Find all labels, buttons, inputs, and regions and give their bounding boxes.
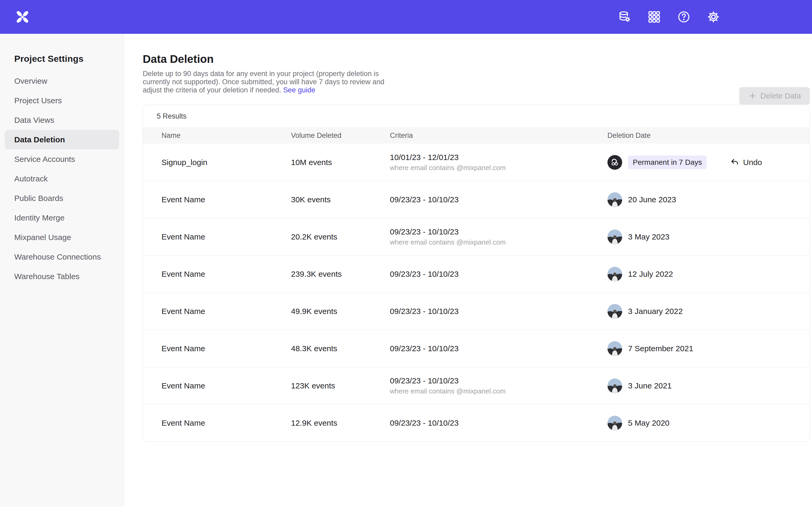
sidebar-item[interactable]: Data Deletion bbox=[5, 130, 119, 150]
undo-button[interactable]: Undo bbox=[730, 158, 762, 167]
criteria-cell: 09/23/23 - 10/10/23 bbox=[390, 344, 607, 353]
requester-avatar-photo bbox=[607, 192, 622, 207]
sidebar-item[interactable]: Overview bbox=[5, 71, 119, 91]
requester-avatar-art bbox=[607, 155, 622, 170]
column-header-deletion-date: Deletion Date bbox=[607, 131, 810, 140]
criteria-date-range: 09/23/23 - 10/10/23 bbox=[390, 307, 607, 316]
deletion-date-cell: 3 January 2022 bbox=[607, 304, 810, 319]
criteria-cell: 09/23/23 - 10/10/23 bbox=[390, 307, 607, 316]
sidebar-item-label: Identity Merge bbox=[14, 213, 64, 222]
main-content: Data Deletion Delete up to 90 days data … bbox=[124, 34, 812, 507]
sidebar-item[interactable]: Warehouse Connections bbox=[5, 247, 119, 267]
criteria-date-range: 09/23/23 - 10/10/23 bbox=[390, 376, 607, 385]
requester-avatar-photo bbox=[607, 378, 622, 393]
pending-status-badge: Permanent in 7 Days bbox=[628, 156, 707, 169]
volume-deleted-cell: 30K events bbox=[291, 195, 390, 204]
sidebar-item-label: Mixpanel Usage bbox=[14, 233, 71, 242]
sidebar-item[interactable]: Identity Merge bbox=[5, 208, 119, 228]
deletion-date-cell: 12 July 2022 bbox=[607, 267, 810, 281]
sidebar-item[interactable]: Service Accounts bbox=[5, 150, 119, 169]
see-guide-link[interactable]: See guide bbox=[283, 86, 315, 94]
deletion-date-value: 3 June 2021 bbox=[628, 381, 672, 390]
settings-gear-icon[interactable] bbox=[706, 9, 721, 24]
app-window: Project Settings Overview Project Users … bbox=[0, 0, 812, 507]
deletion-date-value: 12 July 2022 bbox=[628, 270, 673, 279]
sidebar-item-label: Overview bbox=[14, 76, 47, 86]
criteria-date-range: 10/01/23 - 12/01/23 bbox=[390, 153, 607, 162]
apps-grid-icon[interactable] bbox=[647, 9, 662, 24]
criteria-date-range: 09/23/23 - 10/10/23 bbox=[390, 344, 607, 353]
page-title: Data Deletion bbox=[143, 53, 812, 65]
sidebar-item[interactable]: Autotrack bbox=[5, 169, 119, 188]
table-row: Event Name 123K events 09/23/23 - 10/10/… bbox=[143, 367, 810, 404]
volume-deleted-cell: 49.9K events bbox=[291, 307, 390, 316]
event-name-cell: Event Name bbox=[161, 418, 291, 428]
delete-data-button[interactable]: Delete Data bbox=[739, 87, 810, 105]
criteria-filter: where email contains @mixpanel.com bbox=[390, 164, 607, 172]
requester-avatar-photo bbox=[607, 341, 622, 356]
column-header-criteria: Criteria bbox=[390, 131, 607, 140]
sidebar-nav: Overview Project Users Data Views Data D… bbox=[0, 71, 124, 286]
results-count: 5 Results bbox=[143, 105, 810, 127]
table-row: Signup_login 10M events 10/01/23 - 12/01… bbox=[143, 144, 810, 181]
deletion-date-cell: 3 May 2023 bbox=[607, 229, 810, 244]
requester-avatar-photo bbox=[607, 416, 622, 431]
topbar-icon-group bbox=[617, 0, 721, 34]
event-name-cell: Event Name bbox=[161, 270, 291, 279]
page-description: Delete up to 90 days data for any event … bbox=[143, 70, 389, 94]
sidebar-item-label: Data Views bbox=[14, 116, 54, 125]
event-name-cell: Event Name bbox=[161, 195, 291, 204]
table-body: Signup_login 10M events 10/01/23 - 12/01… bbox=[143, 144, 810, 442]
undo-arrow-icon bbox=[730, 158, 739, 167]
column-header-volume: Volume Deleted bbox=[291, 131, 390, 140]
criteria-cell: 09/23/23 - 10/10/23 bbox=[390, 195, 607, 204]
criteria-filter: where email contains @mixpanel.com bbox=[390, 387, 607, 395]
volume-deleted-cell: 239.3K events bbox=[291, 270, 390, 279]
sidebar-item-label: Autotrack bbox=[14, 174, 48, 183]
criteria-date-range: 09/23/23 - 10/10/23 bbox=[390, 418, 607, 428]
sidebar-item[interactable]: Mixpanel Usage bbox=[5, 228, 119, 247]
volume-deleted-cell: 12.9K events bbox=[291, 418, 390, 428]
deletion-date-value: 5 May 2020 bbox=[628, 418, 669, 428]
sidebar-item-label: Warehouse Connections bbox=[14, 252, 101, 262]
criteria-date-range: 09/23/23 - 10/10/23 bbox=[390, 195, 607, 204]
volume-deleted-cell: 48.3K events bbox=[291, 344, 390, 353]
criteria-cell: 09/23/23 - 10/10/23 where email contains… bbox=[390, 376, 607, 395]
sidebar-item-label: Data Deletion bbox=[14, 135, 65, 144]
sidebar-item-label: Public Boards bbox=[14, 194, 63, 203]
criteria-cell: 09/23/23 - 10/10/23 bbox=[390, 418, 607, 428]
volume-deleted-cell: 123K events bbox=[291, 381, 390, 390]
sidebar-title: Project Settings bbox=[14, 53, 124, 64]
criteria-date-range: 09/23/23 - 10/10/23 bbox=[390, 270, 607, 279]
criteria-date-range: 09/23/23 - 10/10/23 bbox=[390, 227, 607, 236]
mixpanel-logo[interactable] bbox=[14, 9, 31, 25]
table-row: Event Name 49.9K events 09/23/23 - 10/10… bbox=[143, 293, 810, 330]
criteria-cell: 09/23/23 - 10/10/23 bbox=[390, 270, 607, 279]
deletion-date-cell: Permanent in 7 Days Undo bbox=[607, 155, 810, 170]
requester-avatar-photo bbox=[607, 229, 622, 244]
help-icon[interactable] bbox=[676, 9, 691, 24]
undo-button-label: Undo bbox=[743, 158, 762, 167]
deletion-date-cell: 3 June 2021 bbox=[607, 378, 810, 393]
sidebar-item-label: Service Accounts bbox=[14, 155, 75, 164]
event-name-cell: Event Name bbox=[161, 232, 291, 241]
sidebar-item[interactable]: Public Boards bbox=[5, 188, 119, 208]
deletion-date-value: 3 May 2023 bbox=[628, 232, 669, 241]
criteria-cell: 09/23/23 - 10/10/23 where email contains… bbox=[390, 227, 607, 246]
table-row: Event Name 20.2K events 09/23/23 - 10/10… bbox=[143, 218, 810, 256]
deletion-date-value: 3 January 2022 bbox=[628, 307, 683, 316]
delete-data-button-label: Delete Data bbox=[760, 92, 801, 100]
data-management-icon[interactable] bbox=[617, 9, 632, 24]
sidebar-item[interactable]: Data Views bbox=[5, 110, 119, 130]
deletion-date-value: 20 June 2023 bbox=[628, 195, 676, 204]
sidebar-item-label: Warehouse Tables bbox=[14, 272, 80, 281]
event-name-cell: Signup_login bbox=[161, 158, 291, 167]
page-description-text: Delete up to 90 days data for any event … bbox=[143, 70, 384, 94]
criteria-filter: where email contains @mixpanel.com bbox=[390, 238, 607, 246]
sidebar-item[interactable]: Warehouse Tables bbox=[5, 267, 119, 286]
column-header-name: Name bbox=[161, 131, 291, 140]
sidebar-item[interactable]: Project Users bbox=[5, 91, 119, 110]
event-name-cell: Event Name bbox=[161, 307, 291, 316]
requester-avatar-photo bbox=[607, 304, 622, 319]
requester-avatar-photo bbox=[607, 267, 622, 281]
